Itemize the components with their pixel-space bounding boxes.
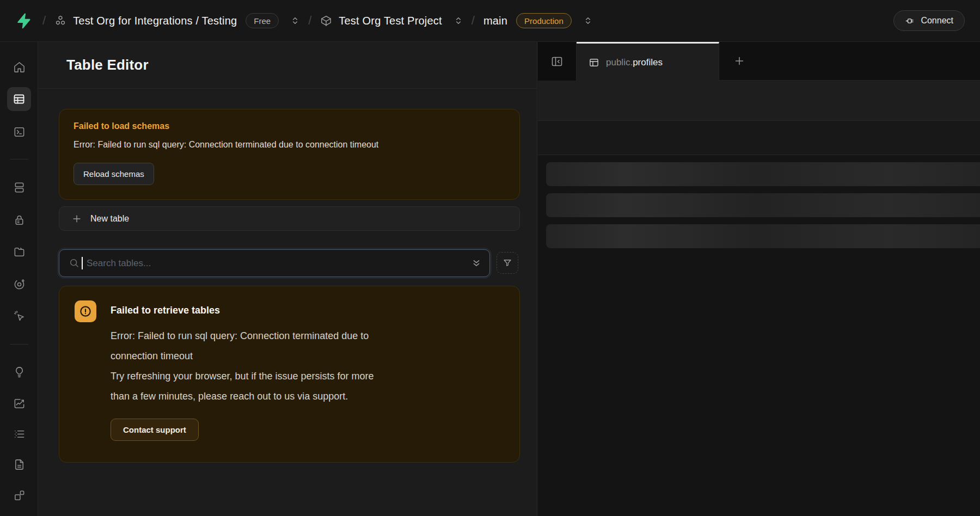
sidebar-item-reports[interactable] xyxy=(7,391,31,415)
chart-icon xyxy=(13,397,26,410)
table-icon xyxy=(589,57,599,68)
tables-error-message: Error: Failed to run sql query: Connecti… xyxy=(111,326,504,407)
search-tables-input[interactable] xyxy=(59,249,490,277)
tables-error-line: Error: Failed to run sql query: Connecti… xyxy=(111,326,504,346)
sidebar-divider xyxy=(10,344,28,345)
skeleton-row xyxy=(546,193,980,217)
tab-public-profiles[interactable]: public.profiles xyxy=(577,42,719,81)
tables-error-line: Try refreshing your browser, but if the … xyxy=(111,366,504,386)
grid-header-row xyxy=(538,121,980,155)
connect-label: Connect xyxy=(921,16,953,26)
panel-left-close-icon xyxy=(550,55,564,68)
sidebar-item-home[interactable] xyxy=(7,55,31,79)
sidebar-item-realtime[interactable] xyxy=(7,304,31,328)
page-title: Table Editor xyxy=(66,57,149,73)
lock-icon xyxy=(13,214,26,226)
tables-error-line: than a few minutes, please reach out to … xyxy=(111,386,504,407)
breadcrumb-project: Test Org Test Project xyxy=(320,15,462,27)
sidebar-item-logs[interactable] xyxy=(7,422,31,446)
contact-support-button[interactable]: Contact support xyxy=(111,419,199,441)
tables-error-banner: Failed to retrieve tables Error: Failed … xyxy=(59,286,520,463)
project-switcher-button[interactable] xyxy=(454,16,463,25)
new-table-button[interactable]: New table xyxy=(59,206,520,231)
filter-tables-button[interactable] xyxy=(497,252,518,274)
app-header: / Test Org for Integrations / Testing Fr… xyxy=(0,0,980,42)
supabase-logo-icon[interactable] xyxy=(15,13,32,29)
schema-error-banner: Failed to load schemas Error: Failed to … xyxy=(59,109,520,200)
sidebar-item-advisors[interactable] xyxy=(7,360,31,384)
environment-badge: Production xyxy=(516,13,572,28)
search-tables xyxy=(59,249,490,277)
breadcrumb-org: Test Org for Integrations / Testing Free xyxy=(54,13,299,28)
skeleton-row xyxy=(546,162,980,186)
breadcrumb-separator: / xyxy=(42,14,46,28)
skeleton-row xyxy=(546,224,980,248)
sidebar-item-api-docs[interactable] xyxy=(7,452,31,476)
blocks-icon xyxy=(13,489,26,502)
grid-toolbar xyxy=(538,81,980,121)
chevrons-down-icon xyxy=(470,256,482,270)
breadcrumb-separator: / xyxy=(471,14,475,28)
box-icon xyxy=(320,15,332,27)
collapse-sidebar-button[interactable] xyxy=(538,42,577,81)
tab-label: public.profiles xyxy=(606,57,663,68)
breadcrumb-branch: main Production xyxy=(483,13,592,28)
database-icon xyxy=(13,181,26,194)
table-editor-panel: Table Editor Failed to load schemas Erro… xyxy=(38,42,537,516)
branch-name[interactable]: main xyxy=(483,15,507,27)
funnel-icon xyxy=(503,258,512,268)
sidebar-item-table-editor[interactable] xyxy=(7,87,31,111)
skeleton-rows xyxy=(546,162,980,255)
sidebar-item-integrations[interactable] xyxy=(7,483,31,507)
tab-bar: public.profiles xyxy=(538,42,980,81)
sidebar-item-database[interactable] xyxy=(7,175,31,199)
list-icon xyxy=(13,428,26,440)
chevrons-up-down-icon xyxy=(584,16,592,25)
sidebar-divider xyxy=(10,159,28,159)
new-tab-button[interactable] xyxy=(733,42,745,80)
chevrons-up-down-icon xyxy=(291,16,299,25)
tables-error-content: Failed to retrieve tables Error: Failed … xyxy=(111,300,504,448)
tab-table-name: profiles xyxy=(633,57,663,67)
tables-error-line: connection timeout xyxy=(111,346,504,366)
text-cursor xyxy=(82,257,83,269)
project-name[interactable]: Test Org Test Project xyxy=(339,15,442,27)
folder-icon xyxy=(13,245,26,258)
icon-sidebar xyxy=(0,42,38,516)
plus-icon xyxy=(733,55,745,67)
warning-alert-icon xyxy=(75,300,96,322)
org-switcher-button[interactable] xyxy=(291,16,299,25)
branch-switcher-button[interactable] xyxy=(584,16,592,25)
tab-schema: public. xyxy=(606,57,633,67)
boxes-icon xyxy=(54,15,66,27)
plan-badge: Free xyxy=(246,13,279,28)
connect-button[interactable]: Connect xyxy=(893,10,965,31)
new-table-label: New table xyxy=(90,214,129,224)
cursor-click-icon xyxy=(13,310,26,322)
lightbulb-icon xyxy=(13,366,26,378)
schema-error-title: Failed to load schemas xyxy=(74,121,505,131)
breadcrumb-separator: / xyxy=(308,14,311,28)
table-editor-icon xyxy=(13,93,26,106)
terminal-icon xyxy=(13,126,26,138)
chevrons-up-down-icon xyxy=(454,16,463,25)
schema-error-message: Error: Failed to run sql query: Connecti… xyxy=(74,140,505,150)
expand-schemas-button[interactable] xyxy=(470,256,482,270)
sidebar-item-edge-functions[interactable] xyxy=(7,272,31,296)
file-text-icon xyxy=(13,458,26,471)
sidebar-item-authentication[interactable] xyxy=(7,208,31,232)
sidebar-item-storage[interactable] xyxy=(7,239,31,263)
grid-panel: public.profiles xyxy=(538,42,980,516)
orbit-icon xyxy=(13,278,26,291)
reload-schemas-button[interactable]: Reload schemas xyxy=(74,163,154,185)
panel-header: Table Editor xyxy=(38,42,537,89)
sidebar-item-sql-editor[interactable] xyxy=(7,120,31,144)
plus-icon xyxy=(71,213,82,224)
tables-error-title: Failed to retrieve tables xyxy=(111,305,504,316)
app-root: / Test Org for Integrations / Testing Fr… xyxy=(0,0,980,516)
plug-icon xyxy=(905,16,915,26)
grid-body xyxy=(538,155,980,516)
org-name[interactable]: Test Org for Integrations / Testing xyxy=(73,15,237,27)
home-icon xyxy=(13,61,26,73)
